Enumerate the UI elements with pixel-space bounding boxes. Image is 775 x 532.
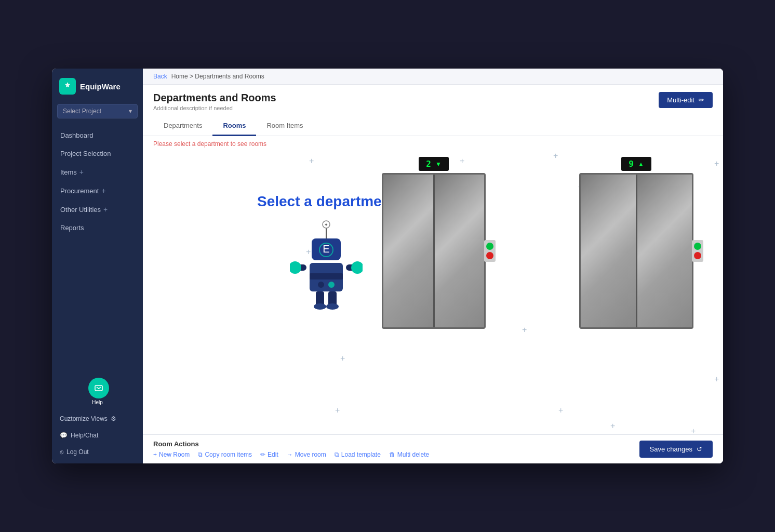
save-changes-label: Save changes [650,445,692,453]
copy-room-items-link[interactable]: ⧉ Copy room items [198,451,252,458]
room-actions-title: Room Actions [153,440,429,448]
elevator-1-number: 2 [426,159,431,169]
sidebar: EquipWare Select Project ▾ Dashboard Pro… [52,69,143,463]
page-title: Departments and Rooms [153,92,276,104]
sidebar-item-dashboard[interactable]: Dashboard [52,126,143,144]
sidebar-item-procurement[interactable]: Procurement + [52,181,143,200]
project-select-label: Select Project [63,108,101,115]
plus-icon: + [103,205,108,214]
page-subtitle: Additional description if needed [153,105,276,111]
move-room-label: Move room [295,451,326,458]
select-dept-title: Select a department [257,193,395,210]
svg-rect-0 [95,385,102,391]
panel-btn-up [694,243,701,250]
sidebar-item-other-utilities[interactable]: Other Utilities + [52,200,143,219]
svg-point-10 [328,282,335,288]
elevator-1: 2 ▼ [382,157,486,329]
actions-links: + New Room ⧉ Copy room items ✏ Edit → [153,451,429,458]
new-room-link[interactable]: + New Room [153,451,190,458]
elevator-2-display: 9 ▲ [621,157,651,171]
help-chat-label: Help/Chat [71,432,98,439]
gear-icon: ⚙ [111,415,116,422]
sidebar-item-label: Procurement [60,187,99,195]
select-department-area: Select a department + E [257,193,395,314]
tab-departments[interactable]: Departments [153,116,212,136]
multi-edit-label: Multi-edit [667,96,694,104]
multi-delete-link[interactable]: 🗑 Multi delete [389,451,429,458]
elevator-1-body [382,173,486,329]
customize-views-button[interactable]: Cuztomize Views ⚙ [57,413,138,425]
plus-icon: + [610,422,615,430]
page-title-block: Departments and Rooms Additional descrip… [153,92,276,111]
plus-icon: + [714,375,719,383]
dept-notice: Please select a department to see rooms [143,136,723,152]
multi-delete-label: Multi delete [397,451,429,458]
elevator-1-display: 2 ▼ [419,157,449,171]
breadcrumb: Home > Departments and Rooms [171,73,264,80]
rooms-canvas: + + + + + + + + + + + + + + + + + + + [143,152,723,434]
sidebar-item-label: Dashboard [60,131,93,139]
room-actions-left: Room Actions + New Room ⧉ Copy room item… [153,440,429,458]
plus-icon: + [691,427,696,434]
main-content: Back Home > Departments and Rooms Depart… [143,69,723,463]
load-template-link[interactable]: ⧉ Load template [335,451,381,458]
elevator-2-body [579,173,693,329]
svg-point-17 [314,303,326,310]
sidebar-item-project-selection[interactable]: Project Selection [52,144,143,163]
elevator-2-number: 9 [629,159,634,169]
move-room-link[interactable]: → Move room [287,451,326,458]
logo-icon [59,78,76,95]
panel-btn-down [486,252,493,259]
template-icon: ⧉ [335,451,339,458]
help-button[interactable] [88,378,109,398]
sidebar-item-label: Items [60,168,77,176]
svg-text:E: E [323,243,329,255]
save-icon: ↺ [697,445,702,453]
plus-icon: + [522,326,527,334]
logo-text: EquipWare [80,82,121,91]
elevator-door-right [637,175,692,327]
log-out-button[interactable]: ⎋ Log Out [57,446,138,458]
elevator-1-arrow: ▼ [435,161,442,168]
plus-icon: + [309,157,314,165]
sidebar-item-label: Reports [60,224,84,232]
project-select-dropdown[interactable]: Select Project ▾ [57,104,138,118]
svg-text:+: + [325,222,327,228]
elevator-door-left [581,175,636,327]
log-out-icon: ⎋ [60,448,63,456]
new-room-label: New Room [159,451,190,458]
plus-icon: + [79,168,84,176]
tab-room-items[interactable]: Room Items [256,116,313,136]
svg-rect-8 [310,273,343,280]
robot-illustration: + E [290,220,363,314]
edit-link[interactable]: ✏ Edit [260,451,278,458]
svg-point-18 [326,303,339,310]
sidebar-item-items[interactable]: Items + [52,163,143,181]
back-link[interactable]: Back [153,73,167,80]
plus-icon: + [553,152,558,160]
sidebar-bottom: Help Cuztomize Views ⚙ 💬 Help/Chat ⎋ Log… [52,373,143,463]
chevron-down-icon: ▾ [129,108,132,115]
sidebar-item-reports[interactable]: Reports [52,219,143,237]
save-changes-button[interactable]: Save changes ↺ [639,441,713,458]
help-chat-link[interactable]: 💬 Help/Chat [57,429,138,442]
multi-edit-button[interactable]: Multi-edit ✏ [659,92,713,108]
help-label: Help [92,400,103,405]
svg-point-9 [318,282,324,288]
plus-icon: + [101,187,105,195]
svg-point-14 [351,261,363,274]
page-header: Departments and Rooms Additional descrip… [143,85,723,111]
elevator-door-right [435,175,485,327]
plus-icon: + [335,406,340,415]
plus-icon: + [714,159,719,168]
sidebar-nav: Dashboard Project Selection Items + Proc… [52,124,143,373]
elevator-2: 9 ▲ [579,157,693,329]
panel-btn-down [694,252,701,259]
copy-icon: ⧉ [198,451,203,458]
tab-rooms[interactable]: Rooms [212,116,256,136]
edit-label: Edit [268,451,278,458]
elevator-door-left [383,175,433,327]
top-bar: Back Home > Departments and Rooms [143,69,723,85]
tabs-bar: Departments Rooms Room Items [143,116,723,136]
plus-icon: + [340,354,345,363]
